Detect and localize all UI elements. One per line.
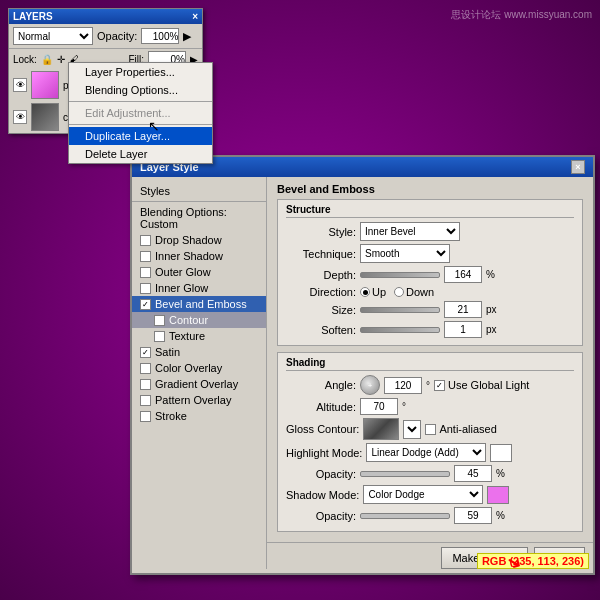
structure-section: Structure Style: Inner Bevel Technique: … xyxy=(277,199,583,346)
satin-checkbox[interactable] xyxy=(140,347,151,358)
depth-input[interactable] xyxy=(444,266,482,283)
blend-mode-select[interactable]: Normal xyxy=(13,27,93,45)
technique-select[interactable]: Smooth xyxy=(360,244,450,263)
highlight-color-swatch[interactable] xyxy=(490,444,512,462)
opacity-arrow[interactable]: ▶ xyxy=(183,30,191,43)
shadow-opacity-label: Opacity: xyxy=(286,510,356,522)
highlight-opacity-row: Opacity: % xyxy=(286,465,574,482)
angle-input[interactable] xyxy=(384,377,422,394)
shadow-opacity-unit: % xyxy=(496,510,505,521)
soften-unit: px xyxy=(486,324,497,335)
depth-slider[interactable] xyxy=(360,272,440,278)
context-item-layer-properties[interactable]: Layer Properties... xyxy=(69,63,212,81)
drop-shadow-checkbox[interactable] xyxy=(140,235,151,246)
opacity-label: Opacity: xyxy=(97,30,137,42)
direction-radio-group: Up Down xyxy=(360,286,434,298)
layers-title: LAYERS xyxy=(13,11,53,22)
stroke-checkbox[interactable] xyxy=(140,411,151,422)
effect-satin[interactable]: Satin xyxy=(132,344,266,360)
altitude-row: Altitude: ° xyxy=(286,398,574,415)
angle-circle[interactable]: + xyxy=(360,375,380,395)
gloss-contour-select[interactable] xyxy=(403,420,421,439)
soften-slider[interactable] xyxy=(360,327,440,333)
pattern-overlay-checkbox[interactable] xyxy=(140,395,151,406)
blending-options-label: Blending Options: Custom xyxy=(140,206,258,230)
color-overlay-checkbox[interactable] xyxy=(140,363,151,374)
opacity-input[interactable] xyxy=(141,28,179,44)
altitude-input[interactable] xyxy=(360,398,398,415)
effect-inner-glow[interactable]: Inner Glow xyxy=(132,280,266,296)
context-item-edit-adjustment: Edit Adjustment... xyxy=(69,104,212,122)
effect-outer-glow[interactable]: Outer Glow xyxy=(132,264,266,280)
effect-pattern-overlay[interactable]: Pattern Overlay xyxy=(132,392,266,408)
gradient-overlay-checkbox[interactable] xyxy=(140,379,151,390)
technique-row: Technique: Smooth xyxy=(286,244,574,263)
anti-aliased-checkbox[interactable] xyxy=(425,424,436,435)
context-item-blending-options[interactable]: Blending Options... xyxy=(69,81,212,99)
shadow-mode-row: Shadow Mode: Color Dodge xyxy=(286,485,574,504)
inner-glow-label: Inner Glow xyxy=(155,282,208,294)
direction-row: Direction: Up Down xyxy=(286,286,574,298)
effect-texture[interactable]: Texture xyxy=(132,328,266,344)
layers-close-icon[interactable]: × xyxy=(192,11,198,22)
layers-titlebar: LAYERS × xyxy=(9,9,202,24)
watermark: 思设计论坛 www.missyuan.com xyxy=(451,8,592,22)
shadow-color-swatch[interactable] xyxy=(487,486,509,504)
dialog-close-button[interactable]: × xyxy=(571,160,585,174)
eye-icon-pla[interactable]: 👁 xyxy=(13,78,27,92)
soften-input[interactable] xyxy=(444,321,482,338)
effect-color-overlay[interactable]: Color Overlay xyxy=(132,360,266,376)
effect-drop-shadow[interactable]: Drop Shadow xyxy=(132,232,266,248)
inner-shadow-checkbox[interactable] xyxy=(140,251,151,262)
lock-icon[interactable]: 🔒 xyxy=(41,54,53,65)
context-divider-1 xyxy=(69,101,212,102)
direction-down-label: Down xyxy=(406,286,434,298)
cursor: ↖ xyxy=(148,118,160,134)
gloss-contour-thumb[interactable] xyxy=(363,418,399,440)
anti-aliased-row: Anti-aliased xyxy=(425,423,496,435)
global-light-checkbox[interactable] xyxy=(434,380,445,391)
layers-header: Normal Opacity: ▶ xyxy=(9,24,202,49)
pattern-overlay-label: Pattern Overlay xyxy=(155,394,231,406)
depth-row: Depth: % xyxy=(286,266,574,283)
direction-down-radio[interactable]: Down xyxy=(394,286,434,298)
soften-label: Soften: xyxy=(286,324,356,336)
depth-unit: % xyxy=(486,269,495,280)
shadow-opacity-slider[interactable] xyxy=(360,513,450,519)
shadow-mode-select[interactable]: Color Dodge xyxy=(363,485,483,504)
size-slider[interactable] xyxy=(360,307,440,313)
shadow-opacity-input[interactable] xyxy=(454,507,492,524)
effect-stroke[interactable]: Stroke xyxy=(132,408,266,424)
shading-section: Shading Angle: + ° Use Global Light Alti… xyxy=(277,352,583,532)
contour-checkbox[interactable] xyxy=(154,315,165,326)
direction-up-btn[interactable] xyxy=(360,287,370,297)
inner-glow-checkbox[interactable] xyxy=(140,283,151,294)
style-select[interactable]: Inner Bevel xyxy=(360,222,460,241)
highlight-opacity-slider[interactable] xyxy=(360,471,450,477)
eye-icon-circ[interactable]: 👁 xyxy=(13,110,27,124)
technique-label: Technique: xyxy=(286,248,356,260)
layer-thumb-circ xyxy=(31,103,59,131)
highlight-mode-row: Highlight Mode: Linear Dodge (Add) xyxy=(286,443,574,462)
size-input[interactable] xyxy=(444,301,482,318)
move-icon[interactable]: ✛ xyxy=(57,54,65,65)
layer-thumb-pla xyxy=(31,71,59,99)
direction-up-radio[interactable]: Up xyxy=(360,286,386,298)
outer-glow-label: Outer Glow xyxy=(155,266,211,278)
context-item-duplicate-layer[interactable]: Duplicate Layer... xyxy=(69,127,212,145)
direction-down-btn[interactable] xyxy=(394,287,404,297)
outer-glow-checkbox[interactable] xyxy=(140,267,151,278)
highlight-opacity-input[interactable] xyxy=(454,465,492,482)
dialog-left-panel: Styles Blending Options: Custom Drop Sha… xyxy=(132,177,267,569)
effect-blending-options[interactable]: Blending Options: Custom xyxy=(132,204,266,232)
effect-gradient-overlay[interactable]: Gradient Overlay xyxy=(132,376,266,392)
styles-label: Styles xyxy=(132,181,266,202)
effect-inner-shadow[interactable]: Inner Shadow xyxy=(132,248,266,264)
effect-bevel-emboss[interactable]: Bevel and Emboss xyxy=(132,296,266,312)
bevel-emboss-checkbox[interactable] xyxy=(140,299,151,310)
effect-contour[interactable]: Contour xyxy=(132,312,266,328)
highlight-mode-select[interactable]: Linear Dodge (Add) xyxy=(366,443,486,462)
drop-shadow-label: Drop Shadow xyxy=(155,234,222,246)
context-item-delete-layer[interactable]: Delete Layer xyxy=(69,145,212,163)
texture-checkbox[interactable] xyxy=(154,331,165,342)
